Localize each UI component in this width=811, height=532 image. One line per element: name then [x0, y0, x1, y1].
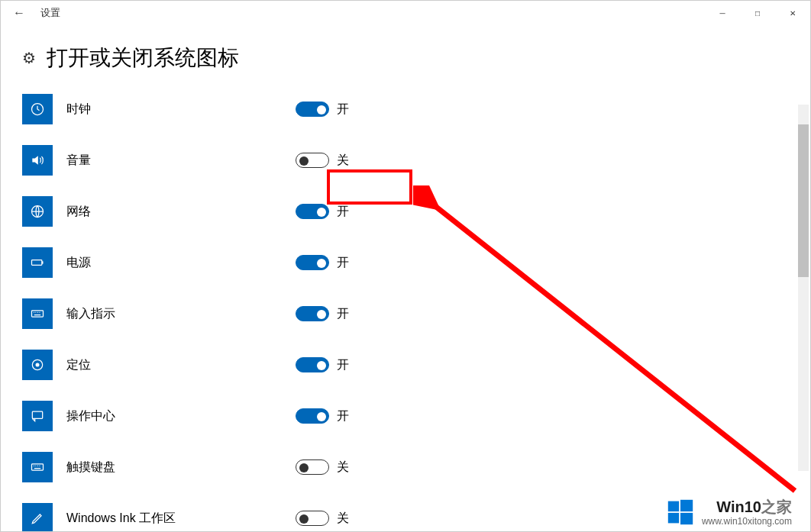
svg-point-6	[36, 363, 40, 367]
setting-label: 网络	[66, 204, 296, 220]
minimize-button[interactable]: ─	[705, 1, 740, 25]
toggle-state-text: 开	[337, 255, 349, 271]
toggle-clock[interactable]	[296, 102, 329, 117]
toggle-state-text: 开	[337, 204, 349, 220]
setting-row-clock: 时钟开	[22, 94, 789, 124]
toggle-state-text: 关	[337, 459, 349, 476]
maximize-button[interactable]: □	[740, 1, 775, 25]
toggle-state-text: 开	[337, 357, 349, 373]
setting-label: 定位	[66, 357, 296, 373]
toggle-state-text: 关	[337, 153, 349, 169]
setting-label: 操作中心	[66, 408, 296, 424]
setting-row-input: 输入指示开	[22, 298, 789, 329]
toggle-action[interactable]	[296, 408, 329, 424]
action-icon	[22, 401, 53, 431]
setting-row-location: 定位开	[22, 350, 789, 380]
gear-icon: ⚙	[22, 49, 36, 67]
toggle-state-text: 开	[337, 306, 349, 322]
pen-icon	[22, 503, 53, 531]
setting-label: 电源	[66, 255, 296, 271]
clock-icon	[22, 94, 53, 124]
page-title: 打开或关闭系统图标	[47, 44, 239, 73]
toggle-ink[interactable]	[296, 511, 329, 526]
svg-rect-4	[32, 311, 44, 317]
setting-row-touchkb: 触摸键盘关	[22, 452, 789, 482]
svg-rect-7	[32, 411, 42, 418]
close-button[interactable]: ✕	[775, 1, 810, 25]
svg-rect-2	[32, 260, 42, 266]
scrollbar-thumb[interactable]	[798, 124, 809, 277]
toggle-location[interactable]	[296, 357, 329, 372]
setting-label: 音量	[66, 153, 296, 169]
setting-row-power: 电源开	[22, 247, 789, 278]
setting-label: 触摸键盘	[66, 459, 296, 476]
target-icon	[22, 350, 53, 380]
setting-row-action: 操作中心开	[22, 401, 789, 431]
setting-row-ink: Windows Ink 工作区关	[22, 503, 789, 531]
svg-rect-8	[32, 464, 44, 470]
toggle-state-text: 关	[337, 511, 349, 527]
toggle-touchkb[interactable]	[296, 459, 329, 475]
svg-rect-3	[42, 261, 44, 263]
keyboard-icon	[22, 452, 53, 482]
toggle-input[interactable]	[296, 306, 329, 321]
setting-label: 时钟	[66, 102, 296, 118]
setting-label: Windows Ink 工作区	[66, 511, 296, 527]
title-bar: ← 设置 ─ □ ✕	[1, 1, 810, 25]
globe-icon	[22, 196, 53, 227]
setting-label: 输入指示	[66, 306, 296, 322]
window-title: 设置	[40, 6, 60, 20]
setting-row-volume: 音量关	[22, 145, 789, 176]
keyboard-icon	[22, 298, 53, 329]
back-button[interactable]: ←	[1, 6, 37, 20]
volume-icon	[22, 145, 53, 176]
toggle-power[interactable]	[296, 255, 329, 270]
toggle-volume[interactable]	[296, 153, 329, 168]
toggle-state-text: 开	[337, 102, 349, 118]
battery-icon	[22, 247, 53, 278]
setting-row-network: 网络开	[22, 196, 789, 227]
toggle-network[interactable]	[296, 204, 329, 219]
toggle-state-text: 开	[337, 408, 349, 424]
